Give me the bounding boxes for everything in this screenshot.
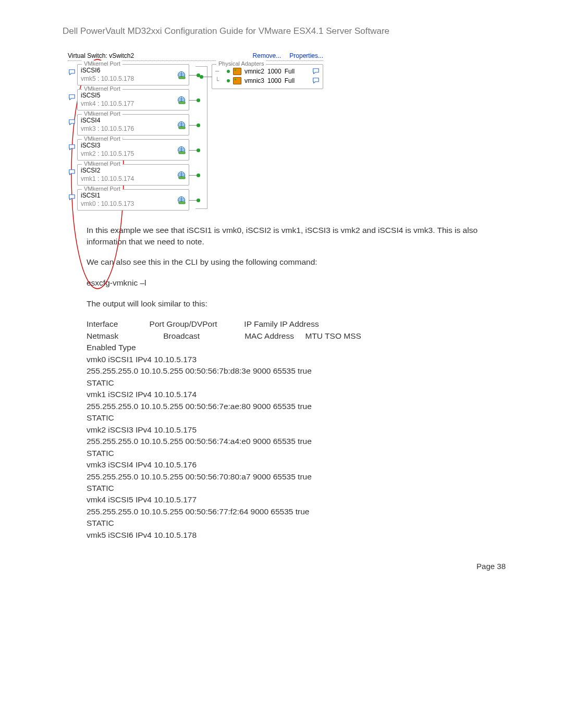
speech-icon[interactable] xyxy=(312,68,320,75)
adapter-duplex: Full xyxy=(285,67,295,76)
port-legend: VMkernel Port xyxy=(82,135,123,142)
paragraph-2: We can also see this in the CLI by using… xyxy=(87,256,493,268)
adapters-legend: Physical Adapters xyxy=(216,60,266,67)
vmkernel-port-column: VMkernel PortiSCSI6vmk5 : 10.10.5.178VMk… xyxy=(68,64,189,214)
vmkernel-port-iscsi3[interactable]: VMkernel PortiSCSI3vmk2 : 10.10.5.175 xyxy=(77,139,189,161)
cli-row: vmk1 iSCSI2 IPv4 10.10.5.174 xyxy=(87,389,493,400)
port-legend: VMkernel Port xyxy=(82,110,123,117)
port-legend: VMkernel Port xyxy=(82,85,123,92)
speech-icon[interactable] xyxy=(68,119,76,126)
vmkernel-port-iscsi5[interactable]: VMkernel PortiSCSI5vmk4 : 10.10.5.177 xyxy=(77,89,189,110)
status-dot-icon xyxy=(227,70,230,73)
cli-row: vmk3 iSCSI4 IPv4 10.10.5.176 xyxy=(87,459,493,471)
vmkernel-port-iscsi4[interactable]: VMkernel PortiSCSI4vmk3 : 10.10.5.176 xyxy=(77,114,189,135)
status-dot-icon xyxy=(227,79,230,82)
cli-output: Interface Port Group/DVPort IP Family IP… xyxy=(87,318,493,541)
adapter-vmnic3[interactable]: └vmnic31000Full xyxy=(215,76,320,85)
adapter-vmnic2[interactable]: ─vmnic21000Full xyxy=(215,67,320,76)
port-name: iSCSI3 xyxy=(81,141,186,150)
vswitch-title: Virtual Switch: vSwitch2 xyxy=(68,52,134,59)
adapter-duplex: Full xyxy=(285,76,295,85)
globe-icon xyxy=(177,196,186,204)
paragraph-1: In this example we see that iSCSI1 is vm… xyxy=(87,225,493,247)
paragraph-3: The output will look similar to this: xyxy=(87,298,493,310)
port-name: iSCSI4 xyxy=(81,116,186,125)
page-number: Page 38 xyxy=(57,562,506,571)
port-legend: VMkernel Port xyxy=(82,161,123,167)
adapter-name: vmnic2 xyxy=(244,67,264,76)
speech-icon[interactable] xyxy=(68,94,76,101)
body-text: In this example we see that iSCSI1 is vm… xyxy=(87,225,493,541)
port-ip: vmk2 : 10.10.5.175 xyxy=(81,150,186,158)
cli-row: 255.255.255.0 10.10.5.255 00:50:56:70:80… xyxy=(87,471,493,483)
cli-row: vmk2 iSCSI3 IPv4 10.10.5.175 xyxy=(87,424,493,436)
vswitch-panel: Virtual Switch: vSwitch2 Remove... Prope… xyxy=(68,52,323,214)
nic-icon xyxy=(233,77,241,84)
globe-icon xyxy=(177,96,186,104)
port-ip: vmk5 : 10.10.5.178 xyxy=(81,75,186,83)
vmkernel-port-iscsi1[interactable]: VMkernel PortiSCSI1vmk0 : 10.10.5.173 xyxy=(77,189,189,211)
speech-icon[interactable] xyxy=(68,144,76,151)
cli-row: 255.255.255.0 10.10.5.255 00:50:56:74:a4… xyxy=(87,436,493,447)
doc-title: Dell PowerVault MD32xxi Configuration Gu… xyxy=(63,26,506,36)
port-legend: VMkernel Port xyxy=(82,186,123,192)
cli-row: STATIC xyxy=(87,377,493,389)
cli-command: esxcfg-vmknic –l xyxy=(87,277,493,289)
remove-link[interactable]: Remove... xyxy=(253,52,282,59)
cli-header: Interface Port Group/DVPort IP Family IP… xyxy=(87,318,493,353)
cli-row: vmk0 iSCSI1 IPv4 10.10.5.173 xyxy=(87,354,493,365)
connector-pipe xyxy=(195,66,207,209)
cli-row: vmk4 iSCSI5 IPv4 10.10.5.177 xyxy=(87,494,493,505)
adapter-speed: 1000 xyxy=(267,67,282,76)
speech-icon[interactable] xyxy=(68,69,76,76)
vmkernel-port-iscsi6[interactable]: VMkernel PortiSCSI6vmk5 : 10.10.5.178 xyxy=(77,64,189,85)
port-ip: vmk0 : 10.10.5.173 xyxy=(81,200,186,208)
cli-row: STATIC xyxy=(87,412,493,424)
cli-row: STATIC xyxy=(87,448,493,459)
cli-row: 255.255.255.0 10.10.5.255 00:50:56:77:f2… xyxy=(87,506,493,517)
physical-adapters-block: Physical Adapters ─vmnic21000Full└vmnic3… xyxy=(212,64,323,89)
speech-icon[interactable] xyxy=(68,194,76,201)
port-name: iSCSI6 xyxy=(81,66,186,75)
port-ip: vmk4 : 10.10.5.177 xyxy=(81,100,186,108)
globe-icon xyxy=(177,71,186,79)
port-ip: vmk3 : 10.10.5.176 xyxy=(81,125,186,133)
adapter-speed: 1000 xyxy=(267,76,282,85)
physical-adapter-column: Physical Adapters ─vmnic21000Full└vmnic3… xyxy=(212,64,323,89)
cli-row: vmk5 iSCSI6 IPv4 10.10.5.178 xyxy=(87,529,493,541)
speech-icon[interactable] xyxy=(312,77,320,84)
cli-row: STATIC xyxy=(87,483,493,494)
port-legend: VMkernel Port xyxy=(82,60,123,67)
vmkernel-port-iscsi2[interactable]: VMkernel PortiSCSI2vmk1 : 10.10.5.174 xyxy=(77,164,189,186)
port-name: iSCSI5 xyxy=(81,91,186,100)
port-name: iSCSI2 xyxy=(81,166,186,175)
globe-icon xyxy=(177,146,186,154)
adapter-name: vmnic3 xyxy=(244,76,264,85)
cli-row: 255.255.255.0 10.10.5.255 00:50:56:7e:ae… xyxy=(87,401,493,412)
port-ip: vmk1 : 10.10.5.174 xyxy=(81,175,186,183)
globe-icon xyxy=(177,171,186,179)
speech-icon[interactable] xyxy=(68,169,76,176)
cli-row: STATIC xyxy=(87,517,493,529)
port-name: iSCSI1 xyxy=(81,191,186,200)
properties-link[interactable]: Properties... xyxy=(289,52,323,59)
globe-icon xyxy=(177,121,186,129)
nic-icon xyxy=(233,68,241,75)
cli-row: 255.255.255.0 10.10.5.255 00:50:56:7b:d8… xyxy=(87,365,493,377)
